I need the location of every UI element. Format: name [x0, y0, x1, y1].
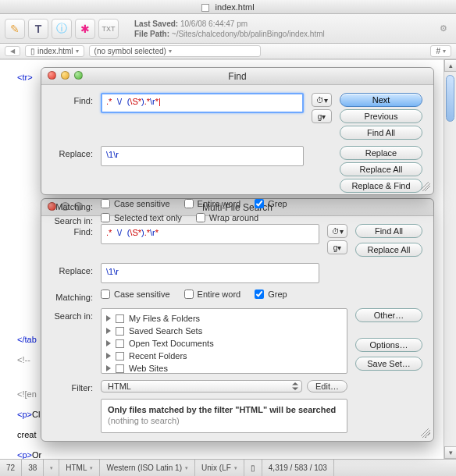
- status-menu-icon[interactable]: ▾: [44, 460, 59, 476]
- close-icon[interactable]: [48, 71, 56, 80]
- vertical-scrollbar[interactable]: ▴ ▾: [444, 59, 456, 459]
- find-dialog: Find Find: .* \/ (\S*).*\r*| ⏱▾ g▾ Next …: [41, 67, 434, 195]
- list-item: Web Sites: [106, 362, 342, 375]
- history-icon[interactable]: ⏱▾: [312, 93, 332, 107]
- msearch-replace-input[interactable]: \1\r: [101, 263, 319, 283]
- msearch-replace-all-button[interactable]: Replace All: [355, 243, 422, 257]
- window-titlebar[interactable]: index.html: [0, 0, 456, 14]
- msearch-filter-label: Filter:: [52, 380, 93, 393]
- msearch-info-box: Only files matched by the filter "HTML" …: [101, 399, 347, 433]
- resize-grip-icon[interactable]: [421, 428, 430, 438]
- replace-input[interactable]: \1\r: [101, 146, 304, 166]
- find-label: Find:: [52, 93, 93, 105]
- minimize-icon[interactable]: [61, 71, 69, 80]
- status-bar: 72 38 ▾ HTML▾ Western (ISO Latin 1)▾ Uni…: [0, 459, 456, 476]
- gear-icon[interactable]: ⚙: [436, 21, 451, 37]
- file-path-label: File Path:: [134, 30, 169, 38]
- list-item: Recent Folders: [106, 350, 342, 362]
- entire-word-checkbox[interactable]: Entire word: [184, 199, 241, 208]
- previous-button[interactable]: Previous: [340, 109, 422, 123]
- matching-label: Matching:: [52, 199, 93, 211]
- list-item: Open Text Documents: [106, 337, 342, 350]
- replace-find-button[interactable]: Replace & Find: [340, 179, 422, 193]
- status-line: 72: [0, 460, 22, 476]
- edit-icon[interactable]: ✎: [5, 19, 25, 39]
- resize-grip-icon[interactable]: [421, 182, 430, 191]
- txt-icon[interactable]: TXT: [98, 19, 119, 39]
- msearch-entire-word-checkbox[interactable]: Entire word: [184, 290, 241, 299]
- msearch-case-checkbox[interactable]: Case sensitive: [101, 290, 170, 299]
- msearch-grep-checkbox[interactable]: Grep: [255, 290, 287, 299]
- msearch-info-line2: (nothing to search): [108, 416, 180, 425]
- navigation-bar: ◀ ▯index.html▾ (no symbol selected)▾ #▾: [0, 44, 456, 59]
- last-saved-label: Last Saved:: [134, 20, 178, 28]
- toolbar: ✎ T ⓘ ✱ TXT Last Saved: 10/6/08 6:44:47 …: [0, 14, 456, 44]
- grep-checkbox[interactable]: Grep: [255, 199, 287, 208]
- zoom-icon[interactable]: [74, 71, 83, 80]
- markup-icon[interactable]: ✱: [75, 19, 95, 39]
- msearch-options-button[interactable]: Options…: [355, 338, 422, 352]
- last-saved-value: 10/6/08 6:44:47 pm: [180, 20, 248, 28]
- msearch-replace-label: Replace:: [52, 263, 93, 275]
- find-title: Find: [228, 71, 246, 82]
- list-item: My Files & Folders: [106, 312, 342, 325]
- msearch-other-button[interactable]: Other…: [355, 308, 422, 322]
- msearch-edit-filter-button[interactable]: Edit…: [307, 380, 347, 393]
- find-titlebar[interactable]: Find: [41, 68, 433, 85]
- find-input[interactable]: .* \/ (\S*).*\r*|: [101, 93, 304, 113]
- scroll-thumb[interactable]: [446, 75, 454, 122]
- info-icon[interactable]: ⓘ: [52, 19, 72, 39]
- scroll-down-icon[interactable]: ▾: [444, 446, 456, 459]
- selected-only-checkbox[interactable]: Selected text only: [101, 213, 182, 222]
- next-button[interactable]: Next: [340, 93, 422, 107]
- status-col: 38: [22, 460, 44, 476]
- msearch-sources-list[interactable]: My Files & Folders Saved Search Sets Ope…: [101, 308, 347, 374]
- wrap-around-checkbox[interactable]: Wrap around: [196, 213, 258, 222]
- scroll-up-icon[interactable]: ▴: [444, 59, 456, 72]
- status-doc-icon[interactable]: ▯: [244, 460, 262, 476]
- case-sensitive-checkbox[interactable]: Case sensitive: [101, 199, 170, 208]
- grep-popup[interactable]: g▾: [312, 109, 332, 123]
- list-item: Saved Search Sets: [106, 325, 342, 337]
- msearch-info-line1: Only files matched by the filter "HTML" …: [108, 405, 336, 414]
- msearch-save-set-button[interactable]: Save Set…: [355, 357, 422, 371]
- status-doc-stats: 4,319 / 583 / 103: [262, 460, 334, 476]
- file-info: Last Saved: 10/6/08 6:44:47 pm File Path…: [134, 19, 325, 39]
- status-encoding[interactable]: Western (ISO Latin 1)▾: [100, 460, 195, 476]
- msearch-searchin-label: Search in:: [52, 308, 93, 321]
- grep-popup[interactable]: g▾: [327, 240, 347, 254]
- status-line-endings[interactable]: Unix (LF▾: [195, 460, 244, 476]
- file-path-value: ~/Sites/chalcedony/bb/palinBingo/index.h…: [172, 30, 325, 38]
- window-title: index.html: [215, 2, 254, 12]
- status-language[interactable]: HTML▾: [59, 460, 100, 476]
- nav-doc[interactable]: ▯index.html▾: [25, 45, 84, 57]
- find-all-button[interactable]: Find All: [340, 126, 422, 140]
- msearch-filter-popup[interactable]: HTML: [101, 380, 302, 393]
- text-options-icon[interactable]: T: [28, 19, 48, 39]
- replace-all-button[interactable]: Replace All: [340, 162, 422, 176]
- nav-hash[interactable]: #▾: [430, 45, 451, 57]
- search-in-label: Search in:: [52, 213, 93, 226]
- msearch-matching-label: Matching:: [52, 290, 93, 302]
- replace-label: Replace:: [52, 146, 93, 158]
- nav-symbol[interactable]: (no symbol selected)▾: [89, 45, 261, 57]
- nav-back[interactable]: ◀: [5, 46, 20, 56]
- document-icon: [201, 4, 209, 12]
- replace-button[interactable]: Replace: [340, 146, 422, 160]
